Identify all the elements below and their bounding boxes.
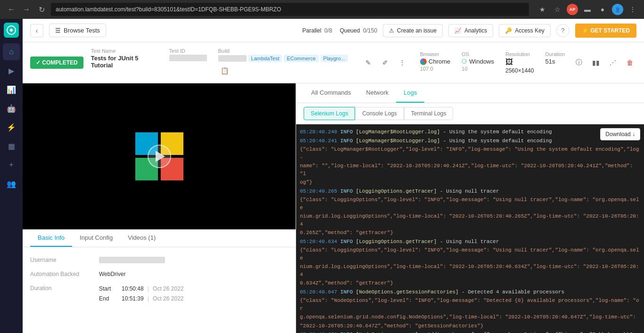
build-tags: LambdaTest ECommerce Playgro... 📋 xyxy=(218,55,355,77)
log-area[interactable]: Download ↓ 05:20:40.240 INFO [LogManager… xyxy=(296,124,644,333)
end-time-row: End 10:51:39 | Oct 26 2022 xyxy=(99,295,184,302)
parallel-label: Parallel 0/8 xyxy=(302,27,332,34)
delete-icon[interactable]: 🗑 xyxy=(623,56,636,69)
pencil-icon[interactable]: ✐ xyxy=(379,56,392,69)
duration-block: Start 10:50:48 | Oct 26 2022 End 10:51:3… xyxy=(99,285,184,302)
tab-basic-info[interactable]: Basic Info xyxy=(30,229,72,247)
bottom-panel: Basic Info Input Config Videos (1) Usern… xyxy=(23,229,296,311)
logs-tabs: All Commands Network Logs xyxy=(296,83,644,103)
log-line: 05:20:40.634 INFO [LoggingOptions.getTra… xyxy=(300,238,640,246)
tab-all-commands[interactable]: All Commands xyxy=(304,83,359,103)
share-icon[interactable]: ⋰ xyxy=(606,56,619,69)
left-sidebar: ⌂ ▶ 📊 🤖 ⚡ ▦ + 👥 xyxy=(0,19,23,333)
avatar-red: AP xyxy=(567,4,578,15)
right-panel: All Commands Network Logs Selenium Logs … xyxy=(296,83,644,333)
windows-icon: ⚆ xyxy=(462,58,467,65)
sidebar-icon-lightning[interactable]: ⚡ xyxy=(3,119,20,136)
sidebar-icon-plus[interactable]: + xyxy=(3,156,20,173)
log-line: {"class": "NodeOptions","log-level": "IN… xyxy=(300,297,640,312)
log-line: 0.265Z","method": "getTracer"} xyxy=(300,229,640,237)
windows-logo-container xyxy=(133,130,185,182)
back-button[interactable]: ‹ xyxy=(30,24,43,37)
sub-tab-console[interactable]: Console Logs xyxy=(355,107,404,120)
test-id-item: Test ID xyxy=(169,48,207,61)
menu-icon[interactable]: ⋮ xyxy=(396,56,409,69)
test-id-blurred xyxy=(169,55,207,61)
sidebar-icon-analytics[interactable]: 📊 xyxy=(3,81,20,98)
test-meta: Test Name Tests for JUnit 5 Tutorial Tes… xyxy=(91,48,354,77)
get-started-button[interactable]: ⚡ GET STARTED xyxy=(575,24,636,38)
chrome-icon xyxy=(420,58,427,65)
browser-actions: ★ ☆ AP ▬ ● 👤 ⋮ xyxy=(537,4,638,15)
browser-meta: Browser Chrome 107.0 xyxy=(420,51,450,74)
automation-backed-row: Automation Backed WebDriver xyxy=(30,267,288,281)
reload-nav-button[interactable]: ↻ xyxy=(36,4,47,15)
video-container[interactable] xyxy=(23,83,296,229)
sidebar-icon-home[interactable]: ⌂ xyxy=(3,43,20,60)
browse-tests-button[interactable]: ☰ Browse Tests xyxy=(49,24,106,37)
extensions-icon[interactable]: ▬ xyxy=(582,4,593,15)
tab-input-config[interactable]: Input Config xyxy=(72,229,120,247)
log-line: nium.grid.log.LoggingOptions","log-time-… xyxy=(300,263,640,278)
log-line: {"class": "LoggingOptions","log-level": … xyxy=(300,246,640,262)
os-row: ⚆ Windows xyxy=(462,58,494,65)
play-triangle-icon xyxy=(156,151,165,162)
main-content: ‹ ☰ Browse Tests Parallel 0/8 Queued 0/1… xyxy=(23,19,644,333)
status-badge: ✓ COMPLETED xyxy=(30,57,83,69)
log-line: 0.634Z","method": "getTracer"} xyxy=(300,279,640,287)
copy-build-button[interactable]: 📋 xyxy=(218,64,231,77)
sub-tab-selenium[interactable]: Selenium Logs xyxy=(304,107,355,120)
tab-network[interactable]: Network xyxy=(359,83,396,103)
log-line: 05:20:40.647 INFO [NodeOptions.getSessio… xyxy=(300,288,640,296)
sub-tab-terminal[interactable]: Terminal Logs xyxy=(404,107,454,120)
download-button[interactable]: Download ↓ xyxy=(600,128,640,140)
avatar-profile: 👤 xyxy=(612,4,623,15)
analytics-button[interactable]: 📈 Analytics xyxy=(448,24,493,37)
app-logo[interactable] xyxy=(4,23,19,38)
tab-logs[interactable]: Logs xyxy=(396,83,424,103)
info-icon[interactable]: ⓘ xyxy=(572,56,586,69)
parallel-info: Parallel 0/8 Queued 0/150 xyxy=(302,27,377,34)
help-button[interactable]: ? xyxy=(556,24,570,37)
log-line: 05:20:40.241 INFO [LogManager$RootLogger… xyxy=(300,137,640,145)
create-issue-button[interactable]: ⚠ Create an issue xyxy=(383,24,443,37)
key-icon: 🔑 xyxy=(505,27,512,34)
edit-icon[interactable]: ✎ xyxy=(362,56,375,69)
log-line: 05:20:40.240 INFO [LogManager$RootLogger… xyxy=(300,128,640,136)
top-bar: ‹ ☰ Browse Tests Parallel 0/8 Queued 0/1… xyxy=(23,19,644,42)
meta-action-icons: ✎ ✐ ⋮ xyxy=(362,56,409,69)
forward-nav-button[interactable]: → xyxy=(21,4,32,15)
duration-row: Duration Start 10:50:48 | Oct 26 2022 xyxy=(30,281,288,306)
tab-videos[interactable]: Videos (1) xyxy=(120,229,163,247)
log-line: g.openqa.selenium.grid.node.config.NodeO… xyxy=(300,313,640,321)
back-nav-button[interactable]: ← xyxy=(6,4,17,15)
test-name-item: Test Name Tests for JUnit 5 Tutorial xyxy=(91,48,158,69)
test-info-header: ✓ COMPLETED Test Name Tests for JUnit 5 … xyxy=(23,42,644,83)
split-content: Basic Info Input Config Videos (1) Usern… xyxy=(23,83,644,333)
browser-row: Chrome xyxy=(420,58,450,65)
log-line: 05:20:40.676 INFO [NodeOptions.report] -… xyxy=(300,331,640,333)
log-line: nium.grid.log.LoggingOptions","log-time-… xyxy=(300,212,640,228)
sidebar-icon-users[interactable]: 👥 xyxy=(3,175,20,192)
star-icon[interactable]: ☆ xyxy=(552,4,563,15)
log-line: "2022-10-26T05:20:40.647Z","method": "ge… xyxy=(300,322,640,330)
profile-icon[interactable]: ● xyxy=(597,4,608,15)
start-time-row: Start 10:50:48 | Oct 26 2022 xyxy=(99,285,184,292)
sidebar-icon-robot[interactable]: 🤖 xyxy=(3,100,20,117)
sidebar-icon-grid[interactable]: ▦ xyxy=(3,138,20,154)
username-blurred xyxy=(99,257,165,263)
sidebar-icon-tests[interactable]: ▶ xyxy=(3,62,20,79)
log-line: name": "","log-time-local": "2022-10-26T… xyxy=(300,162,640,178)
play-button[interactable] xyxy=(148,145,171,168)
more-options-icon[interactable]: ⋮ xyxy=(627,4,638,15)
pause-icon[interactable]: ▮▮ xyxy=(589,56,603,69)
browser-chrome: ← → ↻ automation.lambdatest.com/test?bui… xyxy=(0,0,644,19)
bottom-tabs: Basic Info Input Config Videos (1) xyxy=(23,229,296,247)
bookmark-icon[interactable]: ★ xyxy=(537,4,548,15)
browse-tests-icon: ☰ xyxy=(55,27,61,34)
address-bar[interactable]: automation.lambdatest.com/test?build=830… xyxy=(51,3,529,16)
log-line: 05:20:40.265 INFO [LoggingOptions.getTra… xyxy=(300,187,640,195)
access-key-button[interactable]: 🔑 Access Key xyxy=(499,24,551,37)
queued-label: Queued 0/150 xyxy=(340,27,377,34)
left-panel: Basic Info Input Config Videos (1) Usern… xyxy=(23,83,296,333)
